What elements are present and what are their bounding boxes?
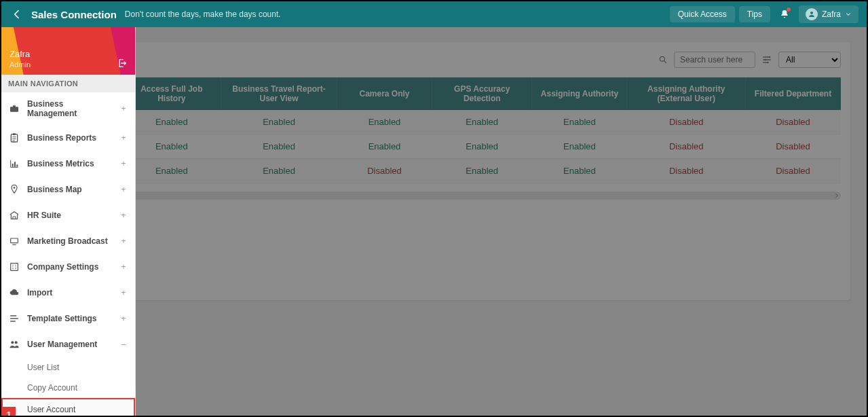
sidebar-item-label: Business Management (27, 99, 112, 118)
svg-rect-5 (10, 107, 18, 111)
tagline-text: Don't count the days, make the days coun… (125, 10, 281, 19)
svg-point-15 (11, 341, 14, 344)
svg-rect-13 (11, 238, 18, 243)
bar-chart-icon (8, 158, 20, 170)
avatar-icon (806, 8, 818, 20)
top-bar: Sales Connection Don't count the days, m… (1, 1, 867, 27)
sidebar-item-label: Business Map (27, 185, 112, 194)
briefcase-icon (8, 103, 20, 115)
building-icon (8, 209, 20, 221)
sidebar-item-label: Business Metrics (27, 159, 112, 168)
chevron-down-icon (845, 11, 852, 18)
sidebar-item-marketing-broadcast[interactable]: Marketing Broadcast + (1, 228, 135, 254)
broadcast-icon (8, 235, 20, 247)
nav-header-label: MAIN NAVIGATION (1, 75, 135, 92)
svg-rect-6 (13, 105, 16, 107)
svg-rect-14 (11, 264, 18, 271)
sidebar: Zafra Admin MAIN NAVIGATION Business Man… (1, 27, 136, 416)
user-management-submenu: User List Copy Account 1 User Account Cu… (1, 357, 135, 416)
sidebar-item-label: User Management (27, 340, 112, 349)
svg-rect-8 (13, 133, 16, 135)
sidebar-item-import[interactable]: Import + (1, 280, 135, 306)
svg-point-16 (15, 341, 18, 344)
expand-toggle[interactable]: + (119, 159, 128, 168)
expand-toggle[interactable]: + (119, 262, 128, 272)
callout-badge: 1 (2, 407, 16, 416)
expand-toggle[interactable]: + (119, 185, 128, 194)
collapse-toggle[interactable]: – (119, 340, 128, 349)
sidebar-item-template-settings[interactable]: Template Settings + (1, 306, 135, 331)
notifications-button[interactable] (776, 5, 793, 23)
submenu-user-list[interactable]: User List (1, 357, 135, 378)
cloud-upload-icon (8, 287, 20, 299)
sidebar-item-business-metrics[interactable]: Business Metrics + (1, 151, 135, 177)
logout-icon (117, 58, 128, 69)
submenu-copy-account[interactable]: Copy Account (1, 378, 135, 398)
map-pin-icon (8, 183, 20, 196)
svg-point-12 (14, 187, 16, 189)
svg-point-0 (810, 12, 813, 14)
expand-toggle[interactable]: + (119, 314, 128, 323)
clipboard-icon (8, 132, 20, 144)
sidebar-item-business-management[interactable]: Business Management + (1, 92, 135, 125)
sidebar-profile: Zafra Admin (1, 27, 135, 75)
expand-toggle[interactable]: + (119, 104, 128, 113)
back-button[interactable] (10, 7, 24, 22)
tips-button[interactable]: Tips (739, 6, 770, 22)
sidebar-item-label: Company Settings (27, 262, 112, 272)
arrow-left-icon (12, 9, 22, 20)
sidebar-item-label: Marketing Broadcast (27, 236, 112, 246)
sidebar-item-business-map[interactable]: Business Map + (1, 177, 135, 202)
expand-toggle[interactable]: + (119, 133, 128, 143)
sidebar-item-hr-suite[interactable]: HR Suite + (1, 202, 135, 228)
svg-rect-9 (12, 164, 14, 167)
sidebar-item-label: HR Suite (27, 211, 112, 220)
profile-name-label: Zafra (10, 49, 127, 59)
svg-rect-10 (14, 162, 16, 166)
expand-toggle[interactable]: + (119, 211, 128, 220)
submenu-label: User Account Customisation (27, 405, 79, 416)
list-icon (8, 312, 20, 325)
profile-role-label: Admin (10, 60, 127, 69)
sidebar-item-label: Template Settings (27, 314, 112, 323)
sidebar-item-label: Business Reports (27, 133, 112, 143)
building-grid-icon (8, 261, 20, 273)
submenu-user-account-customisation[interactable]: 1 User Account Customisation (1, 398, 135, 416)
logout-button[interactable] (116, 57, 128, 69)
sidebar-item-label: Import (27, 288, 112, 297)
expand-toggle[interactable]: + (119, 288, 128, 297)
user-menu-button[interactable]: Zafra (799, 5, 858, 23)
user-name-label: Zafra (822, 10, 841, 19)
sidebar-item-user-management[interactable]: User Management – (1, 331, 135, 357)
sidebar-item-company-settings[interactable]: Company Settings + (1, 254, 135, 280)
sidebar-item-business-reports[interactable]: Business Reports + (1, 125, 135, 151)
brand-title: Sales Connection (31, 9, 117, 20)
users-icon (8, 338, 20, 350)
expand-toggle[interactable]: + (119, 236, 128, 246)
svg-rect-11 (16, 164, 18, 166)
nav-list: Business Management + Business Reports +… (1, 92, 135, 416)
quick-access-button[interactable]: Quick Access (670, 6, 735, 22)
notification-dot-icon (787, 7, 791, 12)
